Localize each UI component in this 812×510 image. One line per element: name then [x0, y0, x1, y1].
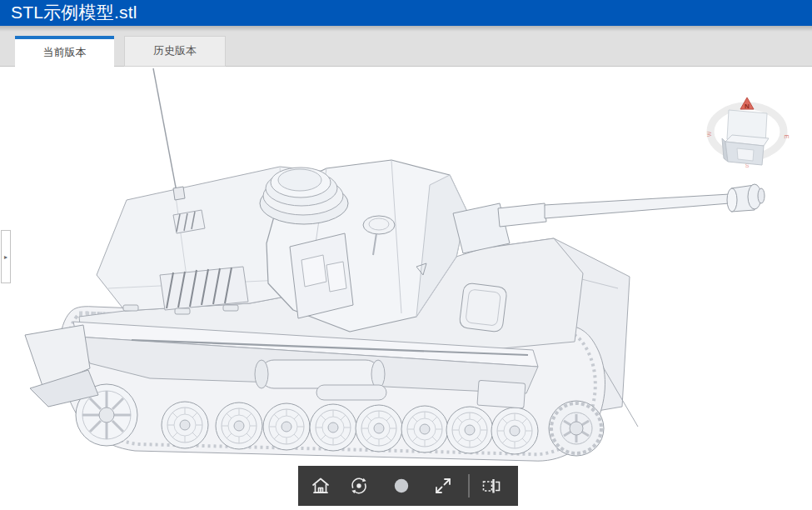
compare-section-button[interactable]: [476, 471, 506, 501]
home-icon: [311, 477, 330, 495]
home-view-button[interactable]: [306, 471, 336, 501]
fullscreen-button[interactable]: [428, 471, 458, 501]
stl-viewer-app: STL示例模型.stl 当前版本 历史版本: [0, 0, 812, 510]
chevron-right-icon: ▸: [4, 253, 7, 261]
viewer-toolbar: [298, 466, 518, 506]
tank-3d-model: [0, 67, 812, 510]
orbit-icon: [350, 477, 368, 495]
orbit-button[interactable]: [344, 471, 374, 501]
compare-icon: [482, 477, 501, 495]
file-title: STL示例模型.stl: [11, 1, 137, 24]
side-panel-toggle[interactable]: ▸: [1, 230, 11, 283]
viewcube-home-box[interactable]: [722, 110, 769, 165]
toolbar-divider: [468, 474, 470, 498]
viewcube-navigator[interactable]: N W E S: [704, 88, 791, 172]
compass-east-label: E: [784, 135, 790, 139]
expand-icon: [434, 477, 452, 495]
render-mode-button[interactable]: [386, 471, 416, 501]
circle-icon: [392, 477, 411, 495]
compass-west-label: W: [706, 131, 712, 137]
tab-current-version[interactable]: 当前版本: [15, 36, 114, 68]
version-tabstrip: 当前版本 历史版本: [0, 26, 812, 67]
tab-history-version[interactable]: 历史版本: [124, 36, 226, 67]
model-viewport[interactable]: N W E S ▸: [0, 67, 812, 510]
compass-north-label: N: [745, 102, 750, 110]
antenna: [153, 68, 177, 192]
title-bar: STL示例模型.stl: [0, 0, 812, 26]
